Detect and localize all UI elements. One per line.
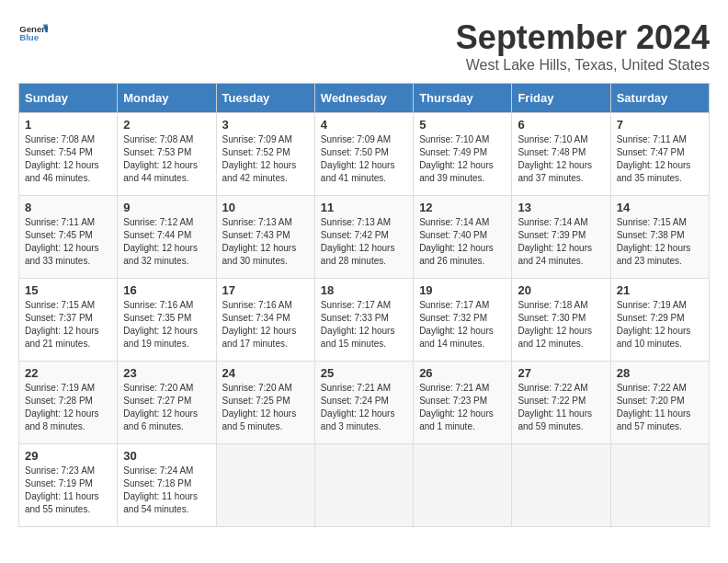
calendar-cell: 4 Sunrise: 7:09 AMSunset: 7:50 PMDayligh… [314,113,413,196]
calendar-row-1: 1 Sunrise: 7:08 AMSunset: 7:54 PMDayligh… [19,113,710,196]
calendar-row-3: 15 Sunrise: 7:15 AMSunset: 7:37 PMDaylig… [19,279,710,362]
calendar-cell: 30 Sunrise: 7:24 AMSunset: 7:18 PMDaylig… [118,444,216,527]
calendar-cell: 24 Sunrise: 7:20 AMSunset: 7:25 PMDaylig… [216,362,314,444]
page-header: General Blue September 2024 West Lake Hi… [18,18,710,74]
header-sunday: Sunday [19,84,118,113]
day-info: Sunrise: 7:17 AMSunset: 7:32 PMDaylight:… [419,300,494,349]
header-friday: Friday [512,84,610,113]
day-info: Sunrise: 7:12 AMSunset: 7:44 PMDaylight:… [123,217,198,266]
day-info: Sunrise: 7:11 AMSunset: 7:47 PMDaylight:… [617,134,691,183]
day-info: Sunrise: 7:14 AMSunset: 7:39 PMDaylight:… [518,217,592,266]
day-number: 14 [617,201,703,214]
calendar-cell: 26 Sunrise: 7:21 AMSunset: 7:23 PMDaylig… [414,362,512,444]
calendar-cell [314,444,413,527]
day-info: Sunrise: 7:10 AMSunset: 7:48 PMDaylight:… [518,134,592,183]
calendar-title: September 2024 [456,18,710,57]
day-number: 19 [419,283,506,297]
calendar-cell: 17 Sunrise: 7:16 AMSunset: 7:34 PMDaylig… [216,279,314,362]
day-number: 25 [321,366,407,380]
day-info: Sunrise: 7:08 AMSunset: 7:54 PMDaylight:… [25,134,99,183]
day-number: 30 [123,449,210,463]
calendar-cell [414,444,512,527]
day-info: Sunrise: 7:23 AMSunset: 7:19 PMDaylight:… [25,465,99,514]
day-number: 28 [617,366,703,380]
logo: General Blue [18,18,48,48]
header-wednesday: Wednesday [314,84,413,113]
calendar-cell: 11 Sunrise: 7:13 AMSunset: 7:42 PMDaylig… [314,196,413,279]
day-number: 29 [25,449,111,463]
day-number: 23 [123,366,210,380]
calendar-cell: 28 Sunrise: 7:22 AMSunset: 7:20 PMDaylig… [610,362,709,444]
day-info: Sunrise: 7:15 AMSunset: 7:38 PMDaylight:… [617,217,691,266]
day-number: 7 [617,118,703,132]
day-info: Sunrise: 7:22 AMSunset: 7:22 PMDaylight:… [518,383,592,431]
day-number: 26 [419,366,506,380]
calendar-row-2: 8 Sunrise: 7:11 AMSunset: 7:45 PMDayligh… [19,196,710,279]
calendar-cell: 18 Sunrise: 7:17 AMSunset: 7:33 PMDaylig… [314,279,413,362]
day-number: 2 [123,118,210,132]
day-info: Sunrise: 7:19 AMSunset: 7:29 PMDaylight:… [617,300,691,349]
calendar-cell: 15 Sunrise: 7:15 AMSunset: 7:37 PMDaylig… [19,279,118,362]
calendar-cell: 25 Sunrise: 7:21 AMSunset: 7:24 PMDaylig… [314,362,413,444]
day-number: 24 [222,366,309,380]
day-info: Sunrise: 7:22 AMSunset: 7:20 PMDaylight:… [617,383,691,431]
day-number: 22 [25,366,111,380]
day-number: 16 [123,283,210,297]
calendar-cell: 9 Sunrise: 7:12 AMSunset: 7:44 PMDayligh… [118,196,216,279]
day-number: 1 [25,118,111,132]
day-number: 13 [518,201,604,214]
day-info: Sunrise: 7:15 AMSunset: 7:37 PMDaylight:… [25,300,99,349]
calendar-cell [610,444,709,527]
calendar-cell: 29 Sunrise: 7:23 AMSunset: 7:19 PMDaylig… [19,444,118,527]
day-info: Sunrise: 7:13 AMSunset: 7:43 PMDaylight:… [222,217,297,266]
day-number: 15 [25,283,111,297]
day-info: Sunrise: 7:09 AMSunset: 7:50 PMDaylight:… [321,134,395,183]
day-info: Sunrise: 7:21 AMSunset: 7:24 PMDaylight:… [321,383,395,431]
day-number: 4 [321,118,407,132]
calendar-cell: 23 Sunrise: 7:20 AMSunset: 7:27 PMDaylig… [118,362,216,444]
day-number: 20 [518,283,604,297]
calendar-table: Sunday Monday Tuesday Wednesday Thursday… [18,83,710,527]
day-number: 5 [419,118,506,132]
calendar-subtitle: West Lake Hills, Texas, United States [456,57,710,74]
calendar-cell [512,444,610,527]
day-number: 27 [518,366,604,380]
day-info: Sunrise: 7:16 AMSunset: 7:35 PMDaylight:… [123,300,198,349]
calendar-cell: 13 Sunrise: 7:14 AMSunset: 7:39 PMDaylig… [512,196,610,279]
title-section: September 2024 West Lake Hills, Texas, U… [456,18,710,74]
calendar-cell: 1 Sunrise: 7:08 AMSunset: 7:54 PMDayligh… [19,113,118,196]
svg-text:Blue: Blue [19,32,39,42]
calendar-cell [216,444,314,527]
day-info: Sunrise: 7:19 AMSunset: 7:28 PMDaylight:… [25,383,99,431]
day-info: Sunrise: 7:24 AMSunset: 7:18 PMDaylight:… [123,465,198,514]
day-info: Sunrise: 7:20 AMSunset: 7:25 PMDaylight:… [222,383,297,431]
calendar-cell: 3 Sunrise: 7:09 AMSunset: 7:52 PMDayligh… [216,113,314,196]
calendar-cell: 27 Sunrise: 7:22 AMSunset: 7:22 PMDaylig… [512,362,610,444]
day-number: 11 [321,201,407,214]
day-info: Sunrise: 7:08 AMSunset: 7:53 PMDaylight:… [123,134,198,183]
calendar-cell: 10 Sunrise: 7:13 AMSunset: 7:43 PMDaylig… [216,196,314,279]
calendar-cell: 21 Sunrise: 7:19 AMSunset: 7:29 PMDaylig… [610,279,709,362]
day-number: 9 [123,201,210,214]
day-info: Sunrise: 7:17 AMSunset: 7:33 PMDaylight:… [321,300,395,349]
day-number: 18 [321,283,407,297]
day-number: 10 [222,201,309,214]
calendar-cell: 8 Sunrise: 7:11 AMSunset: 7:45 PMDayligh… [19,196,118,279]
header-saturday: Saturday [610,84,709,113]
day-info: Sunrise: 7:10 AMSunset: 7:49 PMDaylight:… [419,134,494,183]
calendar-cell: 20 Sunrise: 7:18 AMSunset: 7:30 PMDaylig… [512,279,610,362]
calendar-cell: 6 Sunrise: 7:10 AMSunset: 7:48 PMDayligh… [512,113,610,196]
header-thursday: Thursday [414,84,512,113]
day-info: Sunrise: 7:13 AMSunset: 7:42 PMDaylight:… [321,217,395,266]
calendar-cell: 16 Sunrise: 7:16 AMSunset: 7:35 PMDaylig… [118,279,216,362]
calendar-cell: 22 Sunrise: 7:19 AMSunset: 7:28 PMDaylig… [19,362,118,444]
logo-icon: General Blue [18,18,48,48]
day-info: Sunrise: 7:16 AMSunset: 7:34 PMDaylight:… [222,300,297,349]
header-tuesday: Tuesday [216,84,314,113]
day-number: 21 [617,283,703,297]
day-number: 17 [222,283,309,297]
calendar-row-5: 29 Sunrise: 7:23 AMSunset: 7:19 PMDaylig… [19,444,710,527]
day-info: Sunrise: 7:20 AMSunset: 7:27 PMDaylight:… [123,383,198,431]
calendar-cell: 19 Sunrise: 7:17 AMSunset: 7:32 PMDaylig… [414,279,512,362]
header-monday: Monday [118,84,216,113]
